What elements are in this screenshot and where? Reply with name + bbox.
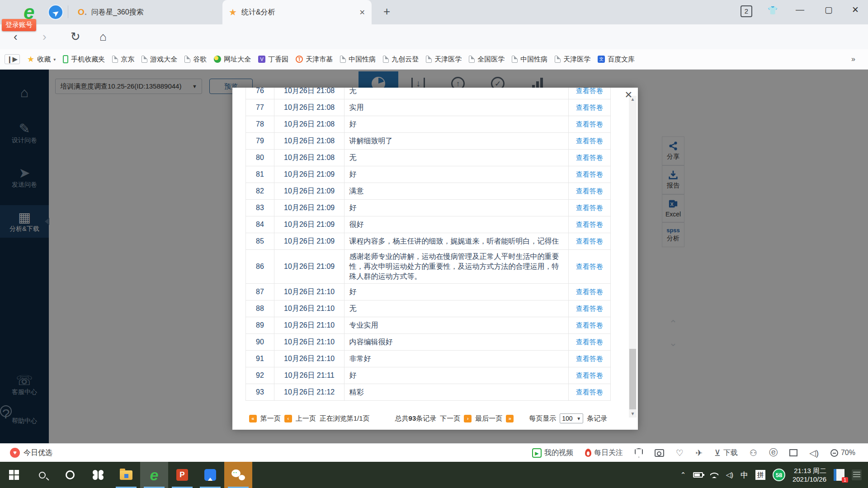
file-explorer-button[interactable] bbox=[112, 462, 140, 488]
volume-icon[interactable]: ◁) bbox=[726, 471, 733, 479]
view-answer-link[interactable]: 查看答卷 bbox=[576, 388, 603, 397]
bookmark-item[interactable]: 全国医学 bbox=[465, 53, 508, 66]
scrollbar-thumb[interactable] bbox=[629, 349, 636, 409]
taskbar-clock[interactable]: 21:13 周二 2021/10/26 bbox=[793, 466, 826, 483]
view-answer-link[interactable]: 查看答卷 bbox=[576, 288, 603, 296]
screenshot-image-icon[interactable] bbox=[655, 449, 664, 457]
row-answer-text: 感谢老师专业的讲解，运动在慢病管理及正常人平时生活中的重要性，再次申明运动处方的… bbox=[344, 250, 569, 283]
view-answer-link[interactable]: 查看答卷 bbox=[576, 305, 603, 313]
minimize-button[interactable]: — bbox=[796, 5, 804, 14]
bookmark-item[interactable]: 天津医学 bbox=[551, 53, 594, 66]
view-answer-link[interactable]: 查看答卷 bbox=[576, 221, 603, 229]
answer-row: 8910月26日 21:10专业实用查看答卷 bbox=[245, 317, 611, 334]
sticky-notes-icon[interactable]: 1 bbox=[834, 469, 844, 481]
wechat-button[interactable] bbox=[224, 462, 252, 488]
bookmarks-expander-icon[interactable]: ❙▶ bbox=[5, 54, 20, 64]
forward-button[interactable]: › bbox=[42, 30, 47, 44]
pinyin-indicator[interactable]: 拼 bbox=[755, 470, 765, 480]
bookmark-item[interactable]: 游戏大全 bbox=[138, 53, 181, 66]
answer-row: 9310月26日 21:12精彩查看答卷 bbox=[245, 384, 611, 401]
prev-page-label[interactable]: 上一页 bbox=[296, 414, 316, 423]
bookmarks-overflow-button[interactable]: » bbox=[851, 55, 863, 63]
ie-compat-icon[interactable]: ⓔ bbox=[769, 447, 778, 459]
bookmark-item[interactable]: 谷歌 bbox=[181, 53, 210, 66]
health-heart-icon[interactable]: ♡ bbox=[676, 448, 684, 458]
bookmark-item[interactable]: 天津医学 bbox=[422, 53, 465, 66]
wifi-icon[interactable] bbox=[710, 472, 718, 478]
tab-search[interactable]: O. 问卷星_360搜索 bbox=[71, 0, 207, 24]
view-answer-link[interactable]: 查看答卷 bbox=[576, 263, 603, 271]
bookmark-item[interactable]: 中国性病 bbox=[508, 53, 551, 66]
login-account-badge[interactable]: 登录账号 bbox=[2, 19, 36, 31]
modal-scrollbar[interactable]: ▲ ▼ bbox=[629, 96, 637, 418]
security-shield-icon[interactable] bbox=[635, 448, 643, 458]
download-manager-button[interactable]: ⊻下载 bbox=[714, 448, 738, 458]
ime-mode-indicator[interactable]: 中 bbox=[741, 470, 748, 480]
view-answer-link[interactable]: 查看答卷 bbox=[576, 321, 603, 330]
bookmark-item[interactable]: 中国性病 bbox=[336, 53, 379, 66]
row-action: 查看答卷 bbox=[569, 183, 610, 199]
prev-page-icon[interactable]: ‹ bbox=[284, 415, 292, 422]
bookmark-item[interactable]: 文百度文库 bbox=[594, 53, 638, 66]
daily-picks-button[interactable]: ♥ 今日优选 bbox=[0, 448, 52, 458]
battery-icon[interactable] bbox=[693, 472, 703, 478]
powerpoint-button[interactable]: P bbox=[168, 462, 196, 488]
home-button[interactable]: ⌂ bbox=[99, 30, 107, 44]
boost-rocket-icon[interactable]: ✈ bbox=[695, 448, 703, 458]
refresh-button[interactable]: ↻ bbox=[71, 30, 80, 44]
view-answer-link[interactable]: 查看答卷 bbox=[576, 154, 603, 162]
my-videos-button[interactable]: ▶我的视频 bbox=[532, 448, 573, 458]
row-timestamp: 10月26日 21:09 bbox=[274, 200, 345, 216]
bookmark-item[interactable]: 京东 bbox=[108, 53, 138, 66]
view-answer-link[interactable]: 查看答卷 bbox=[576, 237, 603, 246]
view-answer-link[interactable]: 查看答卷 bbox=[576, 371, 603, 380]
window-mode-icon[interactable] bbox=[789, 449, 797, 456]
navigation-send-icon[interactable]: ➤ bbox=[48, 5, 63, 20]
next-page-label[interactable]: 下一页 bbox=[440, 414, 460, 423]
theme-skin-icon[interactable]: 👕 bbox=[768, 5, 778, 15]
daily-follow-button[interactable]: 每日关注 bbox=[585, 448, 623, 458]
bookmark-item[interactable]: ★收藏▾ bbox=[24, 52, 59, 66]
taskbar-search-button[interactable] bbox=[28, 462, 56, 488]
per-page-select[interactable]: 100▼ bbox=[560, 413, 583, 423]
next-page-icon[interactable]: › bbox=[464, 415, 472, 422]
action-center-icon[interactable] bbox=[852, 469, 862, 480]
maximize-button[interactable]: ▢ bbox=[825, 5, 833, 15]
view-answer-link[interactable]: 查看答卷 bbox=[576, 338, 603, 347]
view-answer-link[interactable]: 查看答卷 bbox=[576, 170, 603, 179]
view-answer-link[interactable]: 查看答卷 bbox=[576, 355, 603, 363]
close-window-button[interactable]: ✕ bbox=[852, 5, 859, 15]
tab-stats-active[interactable]: ★ 统计&分析 ✕ bbox=[222, 0, 372, 24]
view-answer-link[interactable]: 查看答卷 bbox=[576, 137, 603, 145]
back-button[interactable]: ‹ bbox=[14, 30, 18, 44]
360-browser-button[interactable]: e bbox=[140, 462, 168, 488]
view-answer-link[interactable]: 查看答卷 bbox=[576, 187, 603, 196]
hidden-icons-chevron[interactable]: ⌃ bbox=[680, 471, 686, 479]
bookmark-item[interactable]: T天津市基 bbox=[292, 53, 336, 66]
view-answer-link[interactable]: 查看答卷 bbox=[576, 103, 603, 112]
bookmark-item[interactable]: 网址大全 bbox=[210, 53, 255, 66]
first-page-icon[interactable]: « bbox=[249, 415, 257, 422]
speaker-icon[interactable]: ◁) bbox=[809, 448, 819, 458]
last-page-label[interactable]: 最后一页 bbox=[475, 414, 502, 423]
health-score-badge[interactable]: 58 bbox=[773, 469, 785, 481]
tab-close-icon[interactable]: ✕ bbox=[359, 8, 365, 17]
view-answer-link[interactable]: 查看答卷 bbox=[576, 120, 603, 129]
scrollbar-down-arrow[interactable]: ▼ bbox=[629, 410, 637, 418]
view-answer-link[interactable]: 查看答卷 bbox=[576, 88, 603, 95]
last-page-icon[interactable]: » bbox=[506, 415, 514, 422]
new-tab-button[interactable]: + bbox=[383, 5, 390, 19]
dock-icon[interactable]: ⚇ bbox=[750, 448, 757, 458]
modal-close-icon[interactable]: ✕ bbox=[624, 89, 632, 100]
start-button[interactable] bbox=[0, 462, 28, 488]
zoom-control[interactable]: 70% bbox=[830, 449, 855, 457]
bookmark-item[interactable]: 手机收藏夹 bbox=[59, 53, 108, 66]
bookmark-item[interactable]: 九创云登 bbox=[379, 53, 422, 66]
bookmark-item[interactable]: V丁香园 bbox=[255, 53, 292, 66]
360-suite-button[interactable] bbox=[84, 462, 112, 488]
view-answer-link[interactable]: 查看答卷 bbox=[576, 204, 603, 212]
cortana-button[interactable] bbox=[56, 462, 84, 488]
first-page-label[interactable]: 第一页 bbox=[260, 414, 281, 423]
lanxin-app-button[interactable] bbox=[196, 462, 224, 488]
window-count-badge[interactable]: 2 bbox=[741, 5, 752, 17]
